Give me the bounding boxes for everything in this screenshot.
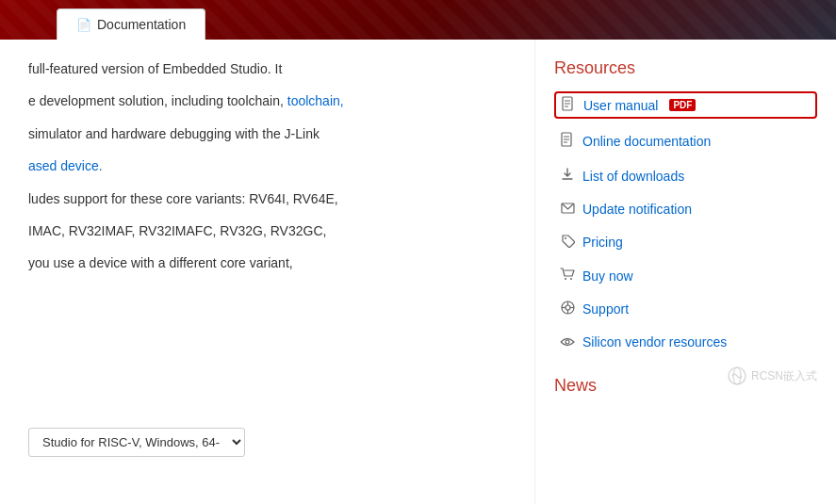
variants-text-2: IMAC, RV32IMAF, RV32IMAFC, RV32G, RV32GC…	[28, 220, 516, 241]
support-icon	[560, 301, 575, 317]
top-bar: 📄 Documentation	[0, 0, 836, 40]
watermark-text: RCSN嵌入式	[751, 368, 817, 384]
pdf-badge: PDF	[669, 99, 696, 111]
pricing-link[interactable]: Pricing	[582, 235, 623, 250]
list-item: Buy now	[554, 264, 817, 287]
svg-point-12	[570, 278, 572, 280]
list-item: User manual PDF	[554, 91, 817, 119]
list-item: Online documentation	[554, 128, 817, 154]
silicon-vendor-link[interactable]: Silicon vendor resources	[582, 334, 727, 350]
resources-title: Resources	[554, 58, 817, 78]
buy-now-item[interactable]: Buy now	[554, 264, 817, 287]
list-item: Pricing	[554, 230, 817, 254]
list-item: Silicon vendor resources	[554, 331, 817, 353]
main-content: full-featured version of Embedded Studio…	[0, 40, 836, 504]
downloads-link[interactable]: List of downloads	[582, 169, 684, 184]
downloads-item[interactable]: List of downloads	[554, 163, 817, 188]
right-sidebar: Resources User manual PDF	[534, 40, 836, 504]
documentation-tab[interactable]: 📄 Documentation	[57, 8, 205, 40]
news-section: News RCSN嵌入式	[554, 376, 817, 396]
doc-icon	[560, 132, 575, 150]
envelope-icon	[560, 202, 575, 217]
silicon-vendor-item[interactable]: Silicon vendor resources	[554, 331, 817, 353]
tag-icon	[560, 234, 575, 251]
intro-text-1: full-featured version of Embedded Studio…	[28, 58, 516, 79]
pricing-item[interactable]: Pricing	[554, 230, 817, 254]
list-item: List of downloads	[554, 163, 817, 188]
cart-icon	[560, 268, 575, 284]
svg-point-14	[566, 305, 570, 310]
watermark-icon	[727, 366, 747, 386]
list-item: Update notification	[554, 198, 817, 220]
list-item: Support	[554, 297, 817, 321]
user-manual-item[interactable]: User manual PDF	[554, 91, 817, 119]
online-doc-link[interactable]: Online documentation	[582, 134, 711, 149]
platform-dropdown[interactable]: Studio for RISC-V, Windows, 64-bit Studi…	[28, 428, 245, 457]
intro-text-4: ased device.	[28, 155, 516, 176]
download-icon	[560, 167, 575, 185]
svg-point-10	[565, 237, 566, 239]
intro-text-2: e development solution, including toolch…	[28, 90, 516, 111]
doc-tab-icon: 📄	[76, 18, 91, 32]
variants-text-1: ludes support for these core variants: R…	[28, 188, 516, 209]
left-content: full-featured version of Embedded Studio…	[0, 40, 534, 504]
eye-icon	[560, 334, 575, 350]
variants-text-3: you use a device with a different core v…	[28, 252, 516, 273]
device-link[interactable]: ased device.	[28, 158, 103, 173]
intro-text-3: simulator and hardware debugging with th…	[28, 123, 516, 144]
resource-list: User manual PDF Online documenta	[554, 91, 817, 353]
update-link[interactable]: Update notification	[582, 202, 692, 217]
support-link[interactable]: Support	[582, 301, 629, 317]
svg-point-19	[566, 340, 569, 344]
doc-tab-label: Documentation	[97, 17, 186, 32]
user-manual-link[interactable]: User manual	[583, 98, 658, 113]
platform-dropdown-container: Studio for RISC-V, Windows, 64-bit Studi…	[28, 428, 245, 457]
svg-point-11	[565, 278, 566, 280]
buy-now-link[interactable]: Buy now	[582, 268, 633, 284]
update-item[interactable]: Update notification	[554, 198, 817, 220]
online-doc-item[interactable]: Online documentation	[554, 128, 817, 154]
toolchain-link[interactable]: toolchain,	[287, 93, 344, 108]
doc-icon	[561, 96, 576, 114]
support-item[interactable]: Support	[554, 297, 817, 321]
